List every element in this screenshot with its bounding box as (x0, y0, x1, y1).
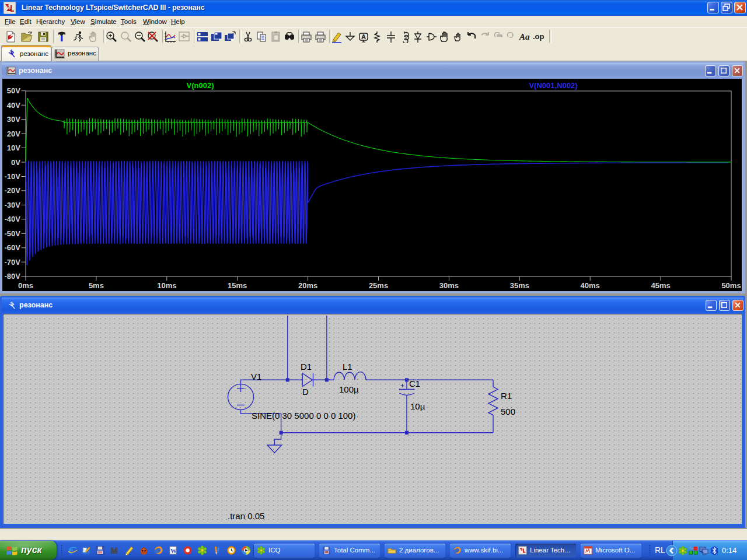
svg-text:10µ: 10µ (410, 401, 425, 411)
svg-text:D: D (302, 387, 309, 397)
svg-text:Aa: Aa (519, 32, 530, 41)
svg-text:50V: 50V (7, 86, 20, 95)
svg-text:0V: 0V (11, 158, 20, 167)
svg-text:-40V: -40V (5, 215, 21, 223)
svg-text:SINE(0 30 5000 0 0 0 100): SINE(0 30 5000 0 0 0 100) (252, 411, 355, 421)
svg-text:-80V: -80V (5, 272, 21, 281)
svg-text:-10V: -10V (5, 172, 21, 181)
svg-text:0ms: 0ms (18, 281, 33, 290)
svg-text:.tran 0.05: .tran 0.05 (228, 511, 264, 521)
svg-text:100µ: 100µ (339, 384, 359, 394)
svg-text:M: M (111, 546, 118, 555)
svg-text:35ms: 35ms (510, 281, 529, 290)
svg-text:15ms: 15ms (228, 281, 247, 290)
svg-text:-70V: -70V (5, 258, 21, 267)
svg-text:45ms: 45ms (651, 281, 670, 290)
svg-text:A: A (361, 33, 366, 40)
svg-text:D1: D1 (301, 362, 312, 372)
svg-text:50ms: 50ms (721, 281, 741, 290)
svg-text:.op: .op (533, 32, 544, 41)
svg-text:V(N001,N002): V(N001,N002) (529, 81, 577, 90)
svg-text:20ms: 20ms (298, 281, 317, 290)
svg-text:-30V: -30V (5, 201, 21, 209)
svg-text:20V: 20V (7, 130, 20, 138)
svg-text:10ms: 10ms (157, 281, 176, 290)
svg-text:10V: 10V (7, 144, 20, 152)
svg-text:W: W (170, 547, 177, 554)
svg-text:-50V: -50V (5, 229, 21, 238)
svg-text:-20V: -20V (5, 186, 21, 195)
svg-text:R1: R1 (501, 391, 512, 401)
svg-text:30ms: 30ms (439, 281, 459, 290)
svg-text:e: e (69, 545, 73, 555)
svg-text:V1: V1 (251, 372, 261, 382)
svg-text:L1: L1 (343, 362, 352, 372)
svg-text:40V: 40V (7, 101, 20, 110)
svg-text:500: 500 (501, 407, 515, 416)
svg-text:5ms: 5ms (89, 281, 104, 290)
svg-text:-60V: -60V (5, 243, 21, 252)
svg-text:25ms: 25ms (369, 281, 388, 290)
svg-text:40ms: 40ms (581, 281, 600, 290)
svg-text:30V: 30V (7, 115, 20, 124)
svg-text:V(n002): V(n002) (187, 81, 214, 90)
svg-text:C1: C1 (409, 379, 420, 388)
